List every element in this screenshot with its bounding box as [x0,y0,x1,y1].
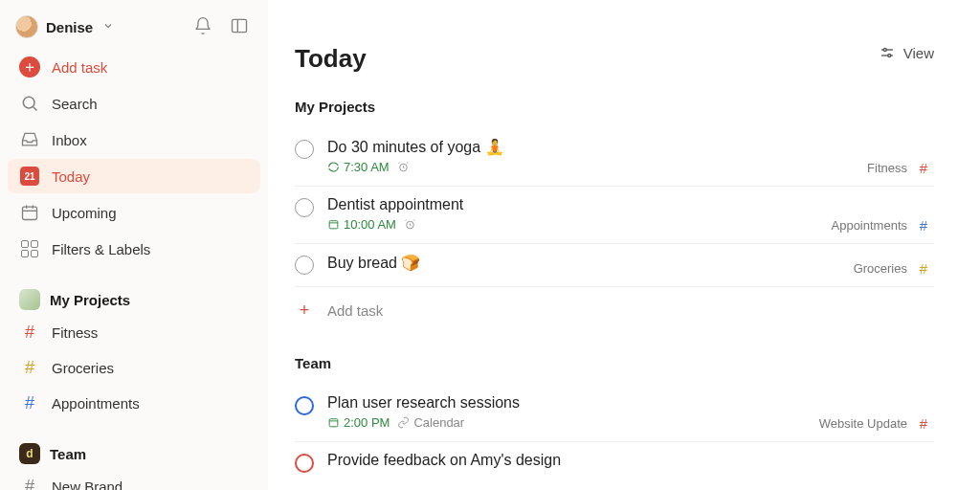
add-task-button[interactable]: ＋ Add task [8,50,260,84]
nav-search[interactable]: Search [8,86,260,121]
add-task-label: Add task [327,302,383,319]
view-label: View [903,45,934,61]
project-fitness[interactable]: # Fitness [8,316,260,349]
calendar-upcoming-icon [19,202,40,223]
task-title: Plan user research sessions [327,394,934,412]
user-name: Denise [46,19,93,35]
account-switcher[interactable]: Denise [15,15,114,38]
svg-line-3 [33,107,37,111]
svg-point-9 [883,49,886,52]
task-project-link[interactable]: Appointments # [832,217,935,234]
chevron-down-icon [102,19,114,34]
plus-circle-icon: ＋ [19,56,40,78]
hash-icon: # [19,323,40,343]
avatar [15,15,38,38]
add-task-label: Add task [52,59,107,76]
grid-icon [19,238,40,259]
nav-filters[interactable]: Filters & Labels [8,232,260,266]
svg-rect-13 [329,221,338,229]
task-project-link[interactable]: Fitness # [867,160,934,176]
hash-icon: # [19,393,40,413]
magnifier-icon [19,93,40,114]
task-project-link[interactable]: Website Update # [819,415,934,432]
hash-icon: # [913,415,934,432]
team-header[interactable]: d Team [8,435,260,468]
task-checkbox[interactable] [295,140,314,159]
svg-rect-16 [329,419,338,427]
recurring-icon [327,161,340,173]
view-button[interactable]: View [879,44,934,61]
project-label: Groceries [52,360,114,376]
task-time: 2:00 PM [327,415,390,430]
sidebar-header: Denise [8,11,260,48]
alarm-icon [404,218,416,231]
team-avatar: d [19,443,40,464]
nav-upcoming[interactable]: Upcoming [8,195,260,230]
nav-inbox[interactable]: Inbox [8,122,260,157]
task-checkbox[interactable] [295,256,314,275]
section-title: Team [50,446,86,462]
nav-label: Search [52,96,98,112]
section-heading-my-projects[interactable]: My Projects [295,99,934,115]
calendar-small-icon [327,218,340,231]
project-label: Appointments [52,395,140,412]
task-row[interactable]: Dentist appointment 10:00 AM Appointment… [295,187,934,244]
link-icon [397,416,410,429]
hash-icon: # [19,477,40,490]
task-title: Buy bread 🍞 [327,254,934,272]
section-title: My Projects [50,292,130,308]
calendar-today-icon: 21 [19,166,40,187]
svg-rect-4 [23,207,37,219]
my-projects-header[interactable]: My Projects [8,281,260,314]
task-checkbox[interactable] [295,454,314,473]
team-project-new-brand[interactable]: # New Brand [8,470,260,490]
task-title: Do 30 minutes of yoga 🧘 [327,138,934,156]
hash-icon: # [913,160,934,176]
project-groceries[interactable]: # Groceries [8,351,260,385]
calendar-source: Calendar [397,415,464,430]
tray-icon [19,129,40,150]
nav-today[interactable]: 21 Today [8,159,260,193]
my-projects-avatar [19,289,40,310]
project-label: New Brand [52,479,122,490]
task-checkbox[interactable] [295,198,314,217]
task-title: Provide feedback on Amy's design [327,452,934,469]
project-appointments[interactable]: # Appointments [8,387,260,420]
svg-rect-0 [233,19,247,32]
sidebar: Denise ＋ Add task Search Inbox [0,0,268,490]
alarm-icon [397,161,410,173]
task-checkbox[interactable] [295,396,314,415]
section-heading-team[interactable]: Team [295,355,934,371]
task-time: 7:30 AM [327,160,390,174]
add-task-inline[interactable]: + Add task [295,287,934,342]
calendar-small-icon [327,416,340,429]
svg-point-2 [23,97,34,108]
nav-label: Today [52,168,90,185]
task-row[interactable]: Buy bread 🍞 Groceries # [295,244,934,287]
panel-icon[interactable] [230,16,249,38]
nav-label: Inbox [52,132,87,148]
hash-icon: # [913,260,934,277]
page-title: Today [295,44,934,74]
task-row[interactable]: Plan user research sessions 2:00 PM Cale… [295,385,934,442]
plus-icon: + [295,301,314,321]
bell-icon[interactable] [193,16,212,38]
task-project-link[interactable]: Groceries # [854,260,934,277]
svg-point-11 [888,55,891,57]
task-time: 10:00 AM [327,217,396,232]
hash-icon: # [19,358,40,378]
nav-label: Filters & Labels [52,241,150,257]
nav-label: Upcoming [52,205,117,221]
task-row[interactable]: Do 30 minutes of yoga 🧘 7:30 AM Fitness … [295,128,934,187]
hash-icon: # [913,217,934,234]
main-content: View Today My Projects Do 30 minutes of … [268,0,980,490]
sliders-icon [879,44,896,61]
task-title: Dentist appointment [327,196,934,213]
project-label: Fitness [52,324,98,341]
task-row[interactable]: Provide feedback on Amy's design [295,442,934,473]
